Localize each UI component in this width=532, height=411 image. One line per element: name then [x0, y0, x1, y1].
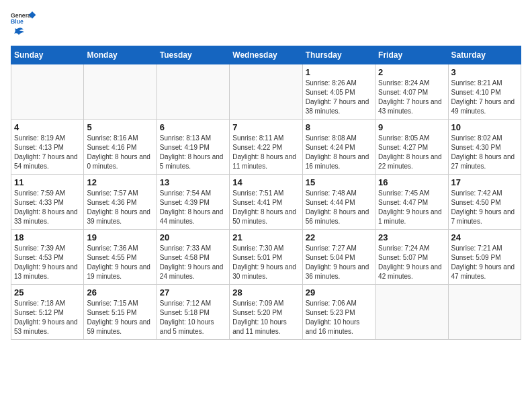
calendar-header-row: SundayMondayTuesdayWednesdayThursdayFrid…: [11, 46, 521, 64]
calendar-cell: 23Sunrise: 7:24 AMSunset: 5:07 PMDayligh…: [375, 230, 448, 285]
header-tuesday: Tuesday: [157, 46, 229, 64]
calendar-cell: 4Sunrise: 8:19 AMSunset: 4:13 PMDaylight…: [11, 120, 84, 175]
day-info: Sunrise: 7:51 AMSunset: 4:41 PMDaylight:…: [232, 189, 299, 226]
day-number: 14: [232, 177, 299, 187]
day-number: 19: [87, 232, 153, 242]
calendar-cell: 7Sunrise: 8:11 AMSunset: 4:22 PMDaylight…: [230, 120, 302, 175]
day-info: Sunrise: 7:48 AMSunset: 4:44 PMDaylight:…: [306, 189, 372, 226]
calendar-cell: 13Sunrise: 7:54 AMSunset: 4:39 PMDayligh…: [157, 175, 229, 230]
calendar-cell: 9Sunrise: 8:05 AMSunset: 4:27 PMDaylight…: [375, 120, 448, 175]
day-info: Sunrise: 7:06 AMSunset: 5:23 PMDaylight:…: [306, 299, 372, 336]
day-number: 5: [87, 122, 153, 132]
day-number: 17: [451, 177, 518, 187]
day-info: Sunrise: 8:19 AMSunset: 4:13 PMDaylight:…: [14, 134, 81, 171]
calendar-week-4: 18Sunrise: 7:39 AMSunset: 4:53 PMDayligh…: [11, 230, 521, 285]
calendar-cell: [448, 285, 521, 340]
day-info: Sunrise: 7:15 AMSunset: 5:15 PMDaylight:…: [87, 299, 153, 336]
calendar-cell: 2Sunrise: 8:24 AMSunset: 4:07 PMDaylight…: [375, 64, 448, 120]
day-info: Sunrise: 7:45 AMSunset: 4:47 PMDaylight:…: [378, 189, 445, 226]
calendar-cell: 10Sunrise: 8:02 AMSunset: 4:30 PMDayligh…: [448, 120, 521, 175]
day-info: Sunrise: 8:08 AMSunset: 4:24 PMDaylight:…: [306, 134, 372, 171]
day-number: 10: [451, 122, 518, 132]
calendar-cell: 22Sunrise: 7:27 AMSunset: 5:04 PMDayligh…: [302, 230, 375, 285]
calendar-cell: 8Sunrise: 8:08 AMSunset: 4:24 PMDaylight…: [302, 120, 375, 175]
day-info: Sunrise: 7:24 AMSunset: 5:07 PMDaylight:…: [378, 244, 445, 281]
calendar-cell: 17Sunrise: 7:42 AMSunset: 4:50 PMDayligh…: [448, 175, 521, 230]
calendar-cell: [157, 64, 229, 120]
header-monday: Monday: [84, 46, 157, 64]
calendar-cell: [375, 285, 448, 340]
day-number: 22: [306, 232, 372, 242]
day-info: Sunrise: 7:54 AMSunset: 4:39 PMDaylight:…: [160, 189, 226, 226]
day-number: 26: [87, 287, 153, 298]
header-thursday: Thursday: [302, 46, 375, 64]
day-number: 21: [232, 232, 299, 242]
day-info: Sunrise: 8:21 AMSunset: 4:10 PMDaylight:…: [451, 79, 518, 116]
header-wednesday: Wednesday: [230, 46, 302, 64]
day-info: Sunrise: 7:21 AMSunset: 5:09 PMDaylight:…: [451, 244, 518, 281]
calendar-cell: 6Sunrise: 8:13 AMSunset: 4:19 PMDaylight…: [157, 120, 229, 175]
day-info: Sunrise: 8:11 AMSunset: 4:22 PMDaylight:…: [232, 134, 299, 171]
logo-icon: General Blue: [11, 11, 38, 26]
day-info: Sunrise: 7:59 AMSunset: 4:33 PMDaylight:…: [14, 189, 81, 226]
day-info: Sunrise: 7:27 AMSunset: 5:04 PMDaylight:…: [306, 244, 372, 281]
svg-text:Blue: Blue: [11, 18, 24, 25]
day-info: Sunrise: 7:30 AMSunset: 5:01 PMDaylight:…: [232, 244, 299, 281]
day-info: Sunrise: 7:33 AMSunset: 4:58 PMDaylight:…: [160, 244, 226, 281]
day-info: Sunrise: 8:05 AMSunset: 4:27 PMDaylight:…: [378, 134, 445, 171]
day-info: Sunrise: 8:13 AMSunset: 4:19 PMDaylight:…: [160, 134, 226, 171]
calendar-cell: 21Sunrise: 7:30 AMSunset: 5:01 PMDayligh…: [230, 230, 302, 285]
calendar-cell: 12Sunrise: 7:57 AMSunset: 4:36 PMDayligh…: [84, 175, 157, 230]
calendar-week-3: 11Sunrise: 7:59 AMSunset: 4:33 PMDayligh…: [11, 175, 521, 230]
calendar-week-5: 25Sunrise: 7:18 AMSunset: 5:12 PMDayligh…: [11, 285, 521, 340]
day-info: Sunrise: 8:16 AMSunset: 4:16 PMDaylight:…: [87, 134, 153, 171]
calendar-cell: [11, 64, 84, 120]
logo: General Blue: [11, 11, 38, 38]
calendar-cell: 18Sunrise: 7:39 AMSunset: 4:53 PMDayligh…: [11, 230, 84, 285]
day-info: Sunrise: 7:57 AMSunset: 4:36 PMDaylight:…: [87, 189, 153, 226]
day-number: 2: [378, 67, 445, 77]
calendar-cell: 26Sunrise: 7:15 AMSunset: 5:15 PMDayligh…: [84, 285, 157, 340]
calendar-table: SundayMondayTuesdayWednesdayThursdayFrid…: [11, 46, 521, 340]
day-number: 29: [306, 287, 372, 298]
header-sunday: Sunday: [11, 46, 84, 64]
calendar-cell: 27Sunrise: 7:12 AMSunset: 5:18 PMDayligh…: [157, 285, 229, 340]
day-number: 16: [378, 177, 445, 187]
calendar-cell: 11Sunrise: 7:59 AMSunset: 4:33 PMDayligh…: [11, 175, 84, 230]
calendar-cell: [84, 64, 157, 120]
day-number: 15: [306, 177, 372, 187]
day-number: 12: [87, 177, 153, 187]
calendar-week-1: 1Sunrise: 8:26 AMSunset: 4:05 PMDaylight…: [11, 64, 521, 120]
calendar-cell: 28Sunrise: 7:09 AMSunset: 5:20 PMDayligh…: [230, 285, 302, 340]
calendar-cell: 19Sunrise: 7:36 AMSunset: 4:55 PMDayligh…: [84, 230, 157, 285]
day-number: 3: [451, 67, 518, 77]
day-info: Sunrise: 8:24 AMSunset: 4:07 PMDaylight:…: [378, 79, 445, 116]
header-saturday: Saturday: [448, 46, 521, 64]
calendar-cell: [230, 64, 302, 120]
calendar-cell: 25Sunrise: 7:18 AMSunset: 5:12 PMDayligh…: [11, 285, 84, 340]
day-number: 20: [160, 232, 226, 242]
day-number: 4: [14, 122, 81, 132]
day-info: Sunrise: 7:12 AMSunset: 5:18 PMDaylight:…: [160, 299, 226, 336]
logo-bird-icon: [11, 27, 25, 38]
header: General Blue: [11, 11, 521, 38]
day-number: 11: [14, 177, 81, 187]
calendar-cell: 15Sunrise: 7:48 AMSunset: 4:44 PMDayligh…: [302, 175, 375, 230]
day-number: 1: [306, 67, 372, 77]
calendar-cell: 1Sunrise: 8:26 AMSunset: 4:05 PMDaylight…: [302, 64, 375, 120]
day-number: 25: [14, 287, 81, 298]
day-info: Sunrise: 7:42 AMSunset: 4:50 PMDaylight:…: [451, 189, 518, 226]
calendar-cell: 14Sunrise: 7:51 AMSunset: 4:41 PMDayligh…: [230, 175, 302, 230]
day-info: Sunrise: 8:26 AMSunset: 4:05 PMDaylight:…: [306, 79, 372, 116]
header-friday: Friday: [375, 46, 448, 64]
day-number: 13: [160, 177, 226, 187]
day-info: Sunrise: 7:09 AMSunset: 5:20 PMDaylight:…: [232, 299, 299, 336]
calendar-cell: 5Sunrise: 8:16 AMSunset: 4:16 PMDaylight…: [84, 120, 157, 175]
calendar-cell: 24Sunrise: 7:21 AMSunset: 5:09 PMDayligh…: [448, 230, 521, 285]
day-number: 23: [378, 232, 445, 242]
calendar-cell: 16Sunrise: 7:45 AMSunset: 4:47 PMDayligh…: [375, 175, 448, 230]
day-info: Sunrise: 7:39 AMSunset: 4:53 PMDaylight:…: [14, 244, 81, 281]
day-number: 28: [232, 287, 299, 298]
day-number: 9: [378, 122, 445, 132]
calendar-cell: 20Sunrise: 7:33 AMSunset: 4:58 PMDayligh…: [157, 230, 229, 285]
